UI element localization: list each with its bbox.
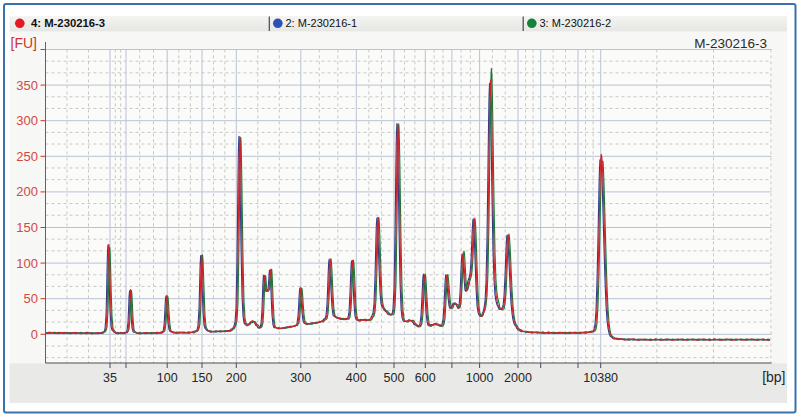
svg-text:300: 300	[290, 371, 311, 385]
svg-text:4: M-230216-3: 4: M-230216-3	[31, 17, 105, 29]
svg-text:2: M-230216-1: 2: M-230216-1	[286, 17, 358, 29]
svg-text:200: 200	[226, 371, 247, 385]
svg-text:150: 150	[16, 220, 38, 235]
svg-text:[bp]: [bp]	[762, 369, 785, 385]
svg-text:M-230216-3: M-230216-3	[694, 36, 767, 51]
svg-text:400: 400	[346, 371, 367, 385]
svg-text:200: 200	[16, 184, 38, 199]
svg-text:600: 600	[415, 371, 436, 385]
svg-text:100: 100	[16, 256, 38, 271]
svg-text:250: 250	[16, 149, 38, 164]
svg-text:3: M-230216-2: 3: M-230216-2	[540, 17, 612, 29]
svg-text:500: 500	[384, 371, 405, 385]
svg-text:350: 350	[16, 78, 38, 93]
svg-text:1000: 1000	[466, 371, 494, 385]
svg-text:150: 150	[192, 371, 213, 385]
svg-text:50: 50	[24, 291, 38, 306]
svg-text:300: 300	[16, 113, 38, 128]
svg-text:100: 100	[157, 371, 178, 385]
svg-text:35: 35	[103, 371, 117, 385]
svg-text:[FU]: [FU]	[11, 35, 37, 51]
svg-text:0: 0	[31, 327, 38, 342]
svg-text:2000: 2000	[504, 371, 532, 385]
svg-text:10380: 10380	[583, 371, 618, 385]
